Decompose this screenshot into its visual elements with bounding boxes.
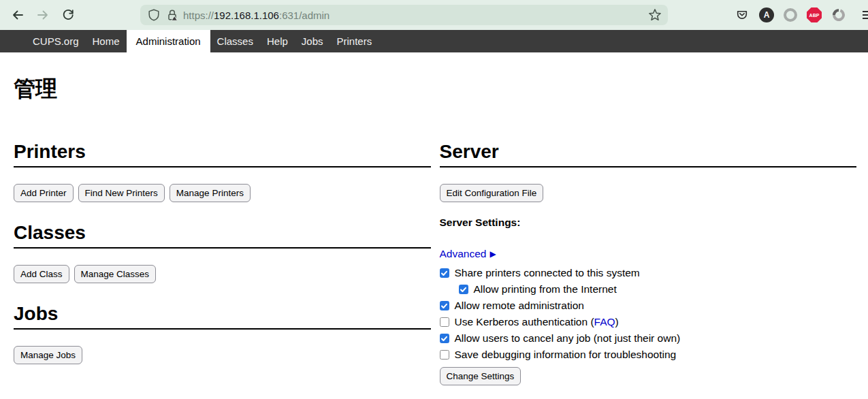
nav-item-printers[interactable]: Printers (330, 30, 379, 52)
extension-a-icon[interactable]: A (759, 7, 774, 22)
forward-button[interactable] (32, 4, 54, 26)
left-column: Printers Add Printer Find New Printers M… (14, 141, 431, 385)
url-text: https://192.168.1.106:631/admin (183, 10, 329, 21)
setting-row-kerberos: Use Kerberos authentication (FAQ) (440, 314, 857, 330)
server-settings-checkboxes: Share printers connected to this system … (440, 265, 857, 363)
checkbox-remote-administration[interactable] (440, 301, 449, 310)
nav-item-classes[interactable]: Classes (210, 30, 260, 52)
lock-insecure-icon[interactable] (165, 8, 179, 22)
server-heading: Server (440, 141, 857, 167)
setting-row-allow-internet-printing: Allow printing from the Internet (459, 281, 857, 298)
server-column: Server Edit Configuration File Server Se… (440, 141, 857, 385)
setting-label: Save debugging information for troublesh… (455, 349, 677, 361)
nav-item-cups-org[interactable]: CUPS.org (26, 30, 86, 52)
adblock-plus-icon[interactable]: ABP (807, 7, 822, 22)
checkbox-allow-internet-printing[interactable] (459, 285, 468, 294)
edit-configuration-file-button[interactable]: Edit Configuration File (440, 184, 544, 202)
advanced-link-label: Advanced (440, 248, 487, 260)
server-settings-label: Server Settings: (440, 217, 857, 229)
checkbox-debug-logging[interactable] (440, 350, 449, 360)
classes-heading: Classes (14, 222, 431, 249)
expand-arrow-icon: ▶ (489, 249, 496, 259)
change-settings-button[interactable]: Change Settings (440, 367, 521, 385)
nav-item-administration[interactable]: Administration (127, 30, 210, 52)
browser-toolbar: https://192.168.1.106:631/admin A ABP (0, 0, 868, 30)
extension-ring-icon[interactable] (784, 8, 797, 22)
advanced-link[interactable]: Advanced ▶ (440, 248, 496, 260)
setting-row-cancel-any-job: Allow users to cancel any job (not just … (440, 330, 857, 347)
printers-heading: Printers (14, 141, 431, 167)
nav-item-help[interactable]: Help (260, 30, 295, 52)
page-title: 管理 (14, 74, 856, 104)
nav-item-jobs[interactable]: Jobs (295, 30, 330, 52)
checkbox-cancel-any-job[interactable] (440, 334, 449, 343)
cups-navbar: CUPS.org Home Administration Classes Hel… (0, 30, 868, 52)
setting-label: Use Kerberos authentication ( (455, 316, 594, 328)
shield-icon[interactable] (147, 8, 161, 22)
setting-row-remote-administration: Allow remote administration (440, 298, 857, 314)
add-class-button[interactable]: Add Class (14, 265, 69, 283)
url-bar[interactable]: https://192.168.1.106:631/admin (140, 5, 668, 25)
bookmark-star-icon[interactable] (647, 7, 662, 22)
extension-swirl-icon[interactable] (831, 7, 846, 22)
pocket-icon[interactable] (735, 7, 750, 22)
back-arrow-icon (11, 8, 25, 22)
faq-link[interactable]: FAQ (594, 316, 615, 328)
checkbox-share-printers[interactable] (440, 268, 449, 278)
manage-classes-button[interactable]: Manage Classes (74, 265, 157, 283)
url-host: 192.168.1.106 (214, 10, 279, 21)
setting-row-share-printers: Share printers connected to this system (440, 265, 857, 281)
back-button[interactable] (7, 4, 29, 26)
setting-label: Allow remote administration (455, 300, 584, 312)
jobs-heading: Jobs (14, 303, 431, 330)
manage-printers-button[interactable]: Manage Printers (170, 184, 251, 202)
setting-label: Allow users to cancel any job (not just … (455, 332, 681, 345)
checkbox-kerberos[interactable] (440, 317, 449, 327)
setting-label: ) (615, 316, 619, 328)
reload-button[interactable] (57, 4, 79, 26)
url-scheme: https:// (183, 10, 214, 21)
url-path: :631/admin (279, 10, 329, 21)
manage-jobs-button[interactable]: Manage Jobs (14, 346, 82, 364)
extension-cluster: A ABP (735, 7, 868, 22)
setting-label: Share printers connected to this system (455, 267, 640, 279)
page-content: 管理 Printers Add Printer Find New Printer… (0, 74, 868, 385)
forward-arrow-icon (36, 8, 50, 22)
menu-hamburger-icon[interactable] (860, 8, 868, 22)
reload-icon (61, 8, 75, 22)
setting-label: Allow printing from the Internet (474, 283, 617, 296)
nav-item-home[interactable]: Home (86, 30, 127, 52)
setting-row-debug-logging: Save debugging information for troublesh… (440, 347, 857, 363)
add-printer-button[interactable]: Add Printer (14, 184, 74, 202)
find-new-printers-button[interactable]: Find New Printers (78, 184, 165, 202)
